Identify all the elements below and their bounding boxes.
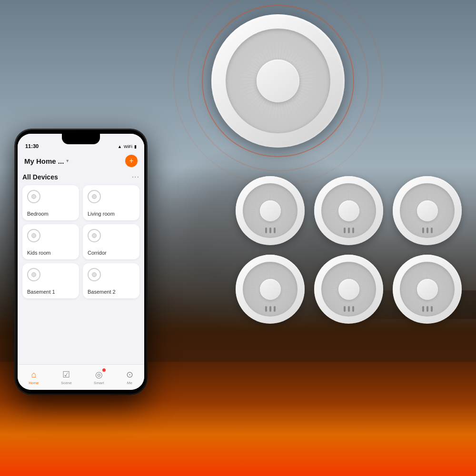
det-leg-4c — [274, 306, 276, 312]
det-leg-5a — [344, 306, 346, 312]
small-det-mesh-4 — [243, 262, 298, 317]
device-card-basement-2[interactable]: Basement 2 — [83, 263, 139, 298]
small-detector-5 — [314, 255, 383, 324]
det-legs-2 — [344, 228, 354, 233]
small-det-center-5 — [338, 279, 359, 300]
det-leg-4a — [265, 306, 267, 312]
small-detector-4 — [236, 255, 305, 324]
bedroom-label: Bedroom — [27, 211, 74, 217]
det-legs-4 — [265, 306, 276, 312]
living-room-label: Living room — [88, 211, 135, 217]
signal-icon: ▲ — [118, 144, 122, 149]
det-leg-5c — [352, 306, 354, 312]
small-detector-3 — [393, 176, 462, 245]
det-leg-1c — [274, 228, 276, 233]
device-card-kids-room[interactable]: Kids room — [22, 224, 79, 259]
small-det-center-6 — [417, 279, 438, 300]
small-det-mesh-2 — [321, 183, 376, 238]
device-card-bedroom[interactable]: Bedroom — [22, 185, 79, 220]
det-leg-1b — [269, 228, 271, 233]
det-legs-3 — [422, 228, 433, 233]
small-det-mesh-1 — [243, 183, 298, 238]
device-card-living-room[interactable]: Living room — [83, 185, 139, 220]
det-legs-1 — [265, 228, 276, 233]
det-leg-2b — [348, 228, 350, 233]
nav-home[interactable]: ⌂ Home — [29, 370, 39, 385]
det-legs-6 — [422, 306, 433, 312]
basement-2-detector-icon — [88, 268, 101, 281]
smart-nav-label: Smart — [94, 381, 104, 385]
det-leg-6a — [422, 306, 424, 312]
det-leg-2a — [344, 228, 346, 233]
det-leg-3b — [426, 228, 428, 233]
status-time: 11:30 — [25, 143, 39, 149]
nav-scene[interactable]: ☑ Scene — [61, 369, 72, 385]
corridor-detector-icon — [88, 229, 101, 242]
nav-smart[interactable]: ◎ Smart — [94, 369, 104, 385]
small-det-center-2 — [338, 200, 359, 221]
phone-screen-outer: 11:30 ▲ WiFi ▮ My Home ... ▼ + — [16, 130, 146, 394]
det-leg-6b — [426, 306, 428, 312]
small-detectors-grid — [236, 176, 462, 324]
small-det-mesh-5 — [321, 262, 376, 317]
me-nav-label: Me — [127, 381, 132, 385]
small-det-outer-2 — [314, 176, 383, 245]
det-leg-2c — [352, 228, 354, 233]
basement-2-label: Basement 2 — [88, 289, 135, 295]
kids-room-detector-inner — [31, 233, 36, 238]
home-title-container[interactable]: My Home ... ▼ — [24, 157, 69, 165]
small-det-outer-6 — [393, 255, 462, 324]
main-smoke-detector — [211, 14, 345, 148]
small-det-mesh-6 — [400, 262, 455, 317]
status-icons: ▲ WiFi ▮ — [118, 144, 137, 149]
bedroom-detector-icon — [27, 190, 40, 203]
small-det-outer-5 — [314, 255, 383, 324]
smartphone: 11:30 ▲ WiFi ▮ My Home ... ▼ + — [14, 129, 148, 395]
small-det-mesh-3 — [400, 183, 455, 238]
phone-notch — [62, 134, 100, 144]
det-leg-3c — [431, 228, 433, 233]
basement-1-detector-inner — [31, 272, 36, 277]
corridor-detector-inner — [92, 233, 97, 238]
home-dropdown-icon: ▼ — [65, 159, 69, 163]
nav-me[interactable]: ⊙ Me — [126, 369, 133, 385]
kids-room-detector-icon — [27, 229, 40, 242]
device-card-corridor[interactable]: Corridor — [83, 224, 139, 259]
devices-header: All Devices ··· — [22, 173, 139, 181]
home-nav-label: Home — [29, 381, 39, 385]
basement-2-detector-inner — [92, 272, 97, 277]
main-detector-mesh — [226, 29, 330, 133]
small-detector-1 — [236, 176, 305, 245]
small-det-center-1 — [260, 200, 281, 221]
living-room-detector-icon — [88, 190, 101, 203]
app-header: My Home ... ▼ + — [18, 151, 144, 170]
small-detector-2 — [314, 176, 383, 245]
smart-nav-icon: ◎ — [95, 369, 103, 380]
small-det-outer-4 — [236, 255, 305, 324]
home-nav-icon: ⌂ — [31, 370, 36, 380]
basement-1-label: Basement 1 — [27, 289, 74, 295]
det-leg-6c — [431, 306, 433, 312]
basement-1-detector-icon — [27, 268, 40, 281]
det-leg-1a — [265, 228, 267, 233]
main-detector-body — [211, 14, 345, 148]
add-device-button[interactable]: + — [125, 155, 138, 167]
all-devices-title: All Devices — [22, 173, 58, 181]
devices-section: All Devices ··· Bedroom — [18, 170, 144, 364]
kids-room-label: Kids room — [27, 250, 74, 256]
wifi-icon: WiFi — [124, 144, 132, 149]
det-leg-3a — [422, 228, 424, 233]
small-det-center-3 — [417, 200, 438, 221]
small-det-outer-3 — [393, 176, 462, 245]
devices-grid: Bedroom Living room — [22, 185, 139, 298]
det-leg-5b — [348, 306, 350, 312]
devices-more-icon[interactable]: ··· — [132, 173, 139, 181]
scene-nav-label: Scene — [61, 381, 72, 385]
small-det-center-4 — [260, 279, 281, 300]
me-nav-icon: ⊙ — [126, 369, 133, 380]
bedroom-detector-inner — [31, 194, 36, 199]
living-room-detector-inner — [92, 194, 97, 199]
device-card-basement-1[interactable]: Basement 1 — [22, 263, 79, 298]
bottom-nav: ⌂ Home ☑ Scene ◎ Smart ⊙ Me — [18, 364, 144, 390]
small-detector-6 — [393, 255, 462, 324]
